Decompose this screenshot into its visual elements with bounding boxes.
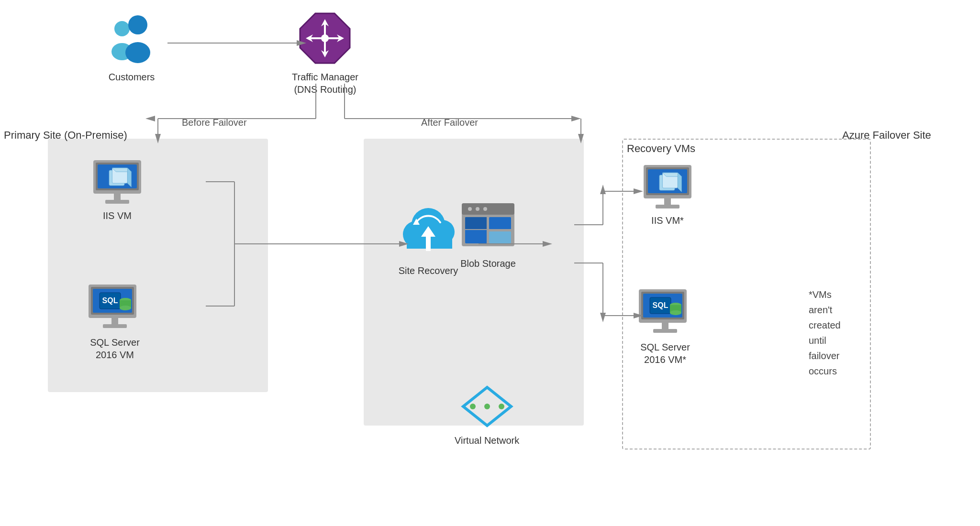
svg-point-44	[483, 207, 487, 211]
svg-marker-78	[145, 116, 155, 121]
sql-vm-recovery-label: SQL Server 2016 VM*	[640, 341, 690, 366]
traffic-manager-icon	[296, 10, 354, 67]
svg-marker-95	[600, 185, 606, 194]
svg-point-42	[468, 207, 472, 211]
vms-note: *VMs aren't created until failover occur…	[809, 287, 841, 379]
svg-rect-48	[489, 231, 511, 243]
blob-storage-icon-block: Blob Storage	[459, 201, 517, 270]
svg-rect-47	[489, 217, 511, 230]
svg-text:SQL: SQL	[102, 296, 118, 305]
svg-point-31	[120, 306, 131, 310]
svg-marker-100	[600, 313, 606, 322]
svg-point-67	[670, 310, 681, 315]
svg-rect-22	[105, 200, 129, 204]
svg-rect-46	[465, 217, 487, 230]
svg-rect-33	[103, 324, 127, 328]
customers-label: Customers	[109, 71, 155, 83]
diagram-container: Primary Site (On-Premise) Azure Failover…	[0, 0, 980, 526]
sql-vm-primary-icon: SQL	[86, 282, 144, 332]
virtual-network-label: Virtual Network	[455, 434, 519, 447]
virtual-network-icon-block: Virtual Network	[455, 383, 519, 447]
svg-rect-10	[324, 24, 326, 37]
site-recovery-icon-block: Site Recovery	[397, 206, 459, 277]
before-failover-label: Before Failover	[182, 117, 247, 128]
svg-rect-58	[664, 198, 671, 205]
customers-icon	[105, 14, 158, 67]
after-failover-label: After Failover	[421, 117, 478, 128]
svg-point-2	[128, 15, 147, 34]
site-recovery-label: Site Recovery	[399, 264, 458, 277]
svg-rect-59	[656, 205, 679, 208]
traffic-manager-label: Traffic Manager (DNS Routing)	[292, 71, 358, 96]
blob-storage-label: Blob Storage	[460, 257, 516, 270]
iis-vm-primary-icon	[91, 158, 144, 206]
svg-marker-83	[571, 116, 581, 121]
svg-rect-69	[653, 329, 677, 333]
iis-vm-recovery-icon	[641, 163, 694, 210]
primary-zone	[48, 139, 268, 392]
svg-rect-11	[324, 39, 326, 53]
svg-point-72	[484, 404, 490, 409]
primary-site-label: Primary Site (On-Premise)	[4, 129, 127, 142]
svg-point-71	[470, 404, 476, 409]
sql-vm-recovery-icon: SQL	[636, 287, 694, 337]
failover-site-label: Azure Failover Site	[842, 129, 931, 142]
iis-vm-primary-icon-block: IIS VM	[91, 158, 144, 222]
svg-point-3	[125, 42, 150, 63]
blob-storage-icon	[459, 201, 517, 253]
sql-vm-primary-icon-block: SQL SQL Server 2016 VM	[86, 282, 144, 361]
svg-rect-68	[662, 323, 668, 329]
svg-point-73	[499, 404, 504, 409]
svg-rect-32	[111, 318, 118, 325]
iis-vm-recovery-icon-block: IIS VM*	[641, 163, 694, 227]
svg-rect-13	[326, 37, 339, 39]
customers-icon-block: Customers	[105, 14, 158, 83]
iis-vm-primary-label: IIS VM	[103, 209, 132, 222]
traffic-manager-icon-block: Traffic Manager (DNS Routing)	[292, 10, 358, 96]
virtual-network-icon	[458, 383, 516, 430]
recovery-vms-label: Recovery VMs	[627, 142, 695, 155]
sql-vm-recovery-icon-block: SQL SQL Server 2016 VM*	[636, 287, 694, 366]
svg-rect-12	[311, 37, 324, 39]
svg-point-43	[476, 207, 479, 211]
sql-vm-primary-label: SQL Server 2016 VM	[90, 336, 140, 361]
svg-point-0	[114, 21, 130, 36]
svg-text:SQL: SQL	[653, 301, 668, 309]
svg-rect-21	[114, 194, 121, 200]
site-recovery-icon	[397, 206, 459, 261]
iis-vm-recovery-label: IIS VM*	[651, 214, 684, 227]
